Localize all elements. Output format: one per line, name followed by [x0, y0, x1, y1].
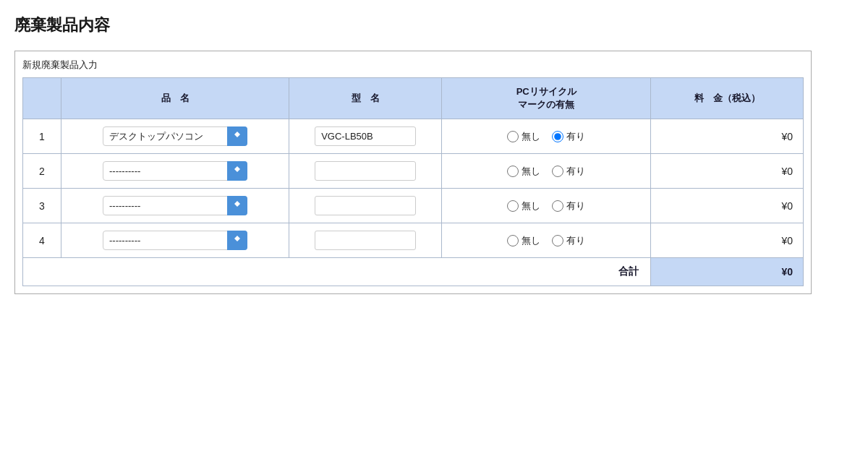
radio-ari-text-1: 有り: [566, 130, 585, 143]
radio-nashi-label-2[interactable]: 無し: [507, 165, 540, 178]
radio-ari-label-3[interactable]: 有り: [552, 200, 585, 213]
radio-ari-label-1[interactable]: 有り: [552, 130, 585, 143]
form-container: 新規廃棄製品入力 品 名 型 名 PCリサイクル マークの有無 料 金（税込） …: [14, 51, 812, 294]
radio-nashi-text-2: 無し: [522, 165, 540, 178]
header-num: [23, 78, 61, 119]
table-row: 2----------デスクトップパソコンノートパソコンディスプレイタブレット無…: [23, 154, 804, 189]
radio-nashi-text-1: 無し: [522, 130, 540, 143]
pc-recycle-cell-2: 無し有り: [441, 154, 650, 189]
hinmei-cell-4: ----------デスクトップパソコンノートパソコンディスプレイタブレット: [61, 223, 289, 258]
pc-recycle-cell-3: 無し有り: [441, 189, 650, 223]
radio-ari-text-2: 有り: [566, 165, 585, 178]
header-pc-recycle: PCリサイクル マークの有無: [441, 78, 650, 119]
radio-nashi-text-4: 無し: [522, 234, 540, 247]
footer-row: 合計¥0: [23, 258, 804, 286]
radio-ari-text-4: 有り: [566, 234, 585, 247]
ryokin-cell-1: ¥0: [651, 119, 804, 154]
table-row: 1----------デスクトップパソコンノートパソコンディスプレイタブレット無…: [23, 119, 804, 154]
header-ryokin: 料 金（税込）: [651, 78, 804, 119]
radio-ari-label-4[interactable]: 有り: [552, 234, 585, 247]
header-katamei: 型 名: [289, 78, 442, 119]
products-table: 品 名 型 名 PCリサイクル マークの有無 料 金（税込） 1--------…: [22, 77, 804, 286]
page-title: 廃棄製品内容: [14, 14, 854, 36]
hinmei-select-1[interactable]: ----------デスクトップパソコンノートパソコンディスプレイタブレット: [103, 126, 247, 146]
radio-nashi-label-1[interactable]: 無し: [507, 130, 540, 143]
pc-recycle-cell-4: 無し有り: [441, 223, 650, 258]
radio-nashi-label-3[interactable]: 無し: [507, 200, 540, 213]
katamei-cell-1: [289, 119, 442, 154]
katamei-input-2[interactable]: [315, 161, 416, 181]
katamei-cell-2: [289, 154, 442, 189]
radio-ari-4[interactable]: [552, 235, 563, 246]
hinmei-select-4[interactable]: ----------デスクトップパソコンノートパソコンディスプレイタブレット: [103, 231, 247, 250]
katamei-input-1[interactable]: [315, 126, 416, 146]
katamei-cell-4: [289, 223, 442, 258]
hinmei-cell-3: ----------デスクトップパソコンノートパソコンディスプレイタブレット: [61, 189, 289, 223]
radio-nashi-text-3: 無し: [522, 200, 540, 213]
radio-nashi-1[interactable]: [507, 131, 519, 142]
radio-nashi-4[interactable]: [507, 235, 519, 246]
radio-nashi-2[interactable]: [507, 166, 519, 177]
ryokin-cell-3: ¥0: [651, 189, 804, 223]
radio-ari-1[interactable]: [552, 131, 563, 142]
row-num-4: 4: [23, 223, 61, 258]
hinmei-cell-1: ----------デスクトップパソコンノートパソコンディスプレイタブレット: [61, 119, 289, 154]
katamei-input-3[interactable]: [315, 196, 416, 215]
header-hinmei: 品 名: [61, 78, 289, 119]
katamei-input-4[interactable]: [315, 231, 416, 250]
radio-nashi-3[interactable]: [507, 200, 519, 212]
ryokin-cell-2: ¥0: [651, 154, 804, 189]
pc-recycle-cell-1: 無し有り: [441, 119, 650, 154]
form-subtitle: 新規廃棄製品入力: [22, 59, 804, 72]
total-label: 合計: [23, 258, 651, 286]
table-row: 3----------デスクトップパソコンノートパソコンディスプレイタブレット無…: [23, 189, 804, 223]
total-value: ¥0: [651, 258, 804, 286]
table-row: 4----------デスクトップパソコンノートパソコンディスプレイタブレット無…: [23, 223, 804, 258]
radio-ari-2[interactable]: [552, 166, 563, 177]
row-num-3: 3: [23, 189, 61, 223]
hinmei-select-2[interactable]: ----------デスクトップパソコンノートパソコンディスプレイタブレット: [103, 161, 247, 181]
radio-nashi-label-4[interactable]: 無し: [507, 234, 540, 247]
radio-ari-3[interactable]: [552, 200, 563, 212]
radio-ari-text-3: 有り: [566, 200, 585, 213]
ryokin-cell-4: ¥0: [651, 223, 804, 258]
katamei-cell-3: [289, 189, 442, 223]
row-num-2: 2: [23, 154, 61, 189]
row-num-1: 1: [23, 119, 61, 154]
radio-ari-label-2[interactable]: 有り: [552, 165, 585, 178]
hinmei-select-3[interactable]: ----------デスクトップパソコンノートパソコンディスプレイタブレット: [103, 196, 247, 215]
hinmei-cell-2: ----------デスクトップパソコンノートパソコンディスプレイタブレット: [61, 154, 289, 189]
